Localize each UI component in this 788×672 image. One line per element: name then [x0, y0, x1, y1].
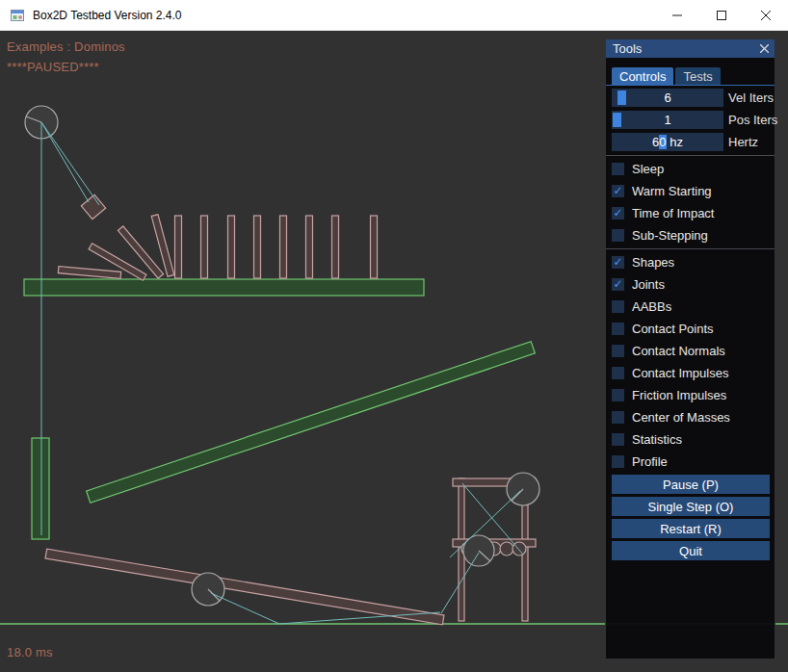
pendulum-box: [81, 194, 105, 219]
slider-label: Vel Iters: [728, 89, 774, 107]
checkbox-contact-points[interactable]: [612, 323, 624, 335]
slider-value: 6: [664, 90, 670, 105]
checkbox-row-contact-normals[interactable]: Contact Normals: [612, 342, 769, 360]
checkbox-row-statistics[interactable]: Statistics: [612, 430, 769, 449]
slider-vel-iters[interactable]: 6: [612, 89, 723, 107]
slider-value: 1: [664, 113, 670, 127]
tools-panel-content: 6Vel Iters1Pos Iters 60 hz Hertz Sleep✓W…: [606, 86, 775, 560]
checkbox-contact-normals[interactable]: [612, 345, 624, 357]
standing-dominos: [175, 216, 378, 278]
slider-pos-iters[interactable]: 1: [612, 111, 723, 129]
dynamic-bodies[interactable]: [45, 194, 536, 625]
tab-bar: ControlsTests: [606, 67, 775, 86]
window-title: Box2D Testbed Version 2.4.0: [33, 9, 655, 22]
slider-label: Pos Iters: [728, 111, 777, 129]
tools-close-button[interactable]: [758, 42, 771, 55]
simulation-canvas[interactable]: Examples : Dominos ****PAUSED**** 18.0 m…: [0, 31, 788, 672]
checkbox-label: Center of Masses: [632, 410, 730, 425]
close-icon: [760, 44, 769, 53]
tools-panel: Tools ControlsTests 6Vel Iters1Pos Iters…: [605, 39, 775, 659]
tools-panel-title: Tools: [613, 41, 642, 56]
checkbox-label: AABBs: [632, 299, 671, 314]
tab-controls[interactable]: Controls: [612, 67, 673, 85]
window-titlebar[interactable]: Box2D Testbed Version 2.4.0: [0, 0, 788, 31]
checkbox-aabbs[interactable]: [612, 300, 624, 313]
checkbox-label: Statistics: [632, 432, 682, 447]
checkbox-label: Time of Impact: [632, 206, 714, 220]
checkbox-row-shapes[interactable]: ✓Shapes: [612, 253, 769, 271]
domino-platform: [24, 279, 424, 296]
frame-time-label: 18.0 ms: [7, 645, 53, 659]
single-step-o-button[interactable]: Single Step (O): [612, 497, 770, 516]
separator: [606, 248, 775, 249]
hertz-input[interactable]: 60 hz: [612, 133, 723, 151]
paused-label: ****PAUSED****: [7, 60, 99, 74]
tab-tests[interactable]: Tests: [675, 67, 720, 85]
slider-rows: 6Vel Iters1Pos Iters: [612, 89, 769, 129]
checkbox-row-sub-stepping[interactable]: Sub-Stepping: [612, 226, 769, 245]
slider-row-pos-iters: 1Pos Iters: [612, 111, 769, 129]
checkbox-row-time-of-impact[interactable]: ✓Time of Impact: [612, 204, 769, 222]
example-label: Examples : Dominos: [7, 39, 125, 54]
checkbox-center-of-masses[interactable]: [612, 411, 624, 424]
top-right-circle: [507, 473, 539, 505]
hertz-label: Hertz: [728, 133, 758, 151]
checkbox-row-friction-impulses[interactable]: Friction Impulses: [612, 386, 769, 404]
checkbox-label: Friction Impulses: [632, 388, 726, 402]
close-icon: [761, 11, 771, 20]
slider-row-vel-iters: 6Vel Iters: [612, 89, 769, 107]
falling-dominos: [58, 215, 173, 281]
window-controls: [655, 0, 788, 31]
action-buttons: Pause (P)Single Step (O)Restart (R)Quit: [612, 475, 769, 560]
checkbox-row-contact-impulses[interactable]: Contact Impulses: [612, 364, 769, 382]
checkbox-sleep[interactable]: [612, 163, 624, 175]
maximize-icon: [717, 11, 726, 20]
checkbox-label: Warm Starting: [632, 184, 712, 198]
checkbox-label: Sleep: [632, 162, 664, 176]
checkbox-row-aabbs[interactable]: AABBs: [612, 297, 769, 316]
roller-circle: [192, 573, 224, 606]
checkbox-label: Profile: [632, 454, 668, 469]
app-icon: [10, 8, 25, 23]
separator: [606, 155, 775, 156]
checkbox-row-center-of-masses[interactable]: Center of Masses: [612, 408, 769, 426]
left-post: [32, 438, 49, 539]
checkbox-row-sleep[interactable]: Sleep: [612, 160, 769, 178]
minimize-button[interactable]: [655, 0, 699, 31]
restart-r-button[interactable]: Restart (R): [612, 519, 770, 538]
hertz-row: 60 hz Hertz: [612, 133, 769, 151]
checkbox-row-warm-starting[interactable]: ✓Warm Starting: [612, 182, 769, 200]
checkbox-sub-stepping[interactable]: [612, 229, 624, 242]
minimize-icon: [672, 11, 682, 20]
checkbox-label: Shapes: [632, 255, 674, 270]
slider-grab[interactable]: [617, 90, 626, 105]
maximize-button[interactable]: [699, 0, 744, 31]
text-cursor: 0: [659, 135, 666, 149]
checkbox-statistics[interactable]: [612, 433, 624, 446]
checkbox-label: Joints: [632, 277, 665, 292]
checkbox-contact-impulses[interactable]: [612, 367, 624, 379]
checkbox-label: Contact Points: [632, 322, 714, 336]
slider-grab[interactable]: [613, 113, 621, 127]
app-window: Box2D Testbed Version 2.4.0: [0, 0, 788, 672]
draw-checkboxes: ✓Shapes✓JointsAABBsContact PointsContact…: [612, 253, 769, 471]
bottom-plank: [45, 549, 444, 625]
close-button[interactable]: [744, 0, 788, 31]
checkbox-label: Contact Normals: [632, 344, 725, 358]
checkbox-friction-impulses[interactable]: [612, 389, 624, 401]
checkbox-row-profile[interactable]: Profile: [612, 452, 769, 471]
checkbox-row-contact-points[interactable]: Contact Points: [612, 320, 769, 338]
quit-button[interactable]: Quit: [612, 541, 770, 560]
tools-panel-titlebar[interactable]: Tools: [606, 39, 775, 58]
checkbox-label: Contact Impulses: [632, 366, 728, 380]
sim-checkboxes: Sleep✓Warm Starting✓Time of ImpactSub-St…: [612, 160, 769, 245]
checkbox-joints[interactable]: ✓: [612, 278, 624, 291]
pause-p-button[interactable]: Pause (P): [612, 475, 770, 494]
checkbox-time-of-impact[interactable]: ✓: [612, 207, 624, 220]
hertz-value: 60 hz: [652, 135, 683, 149]
checkbox-row-joints[interactable]: ✓Joints: [612, 275, 769, 294]
checkbox-label: Sub-Stepping: [632, 228, 708, 243]
checkbox-profile[interactable]: [612, 455, 624, 468]
checkbox-shapes[interactable]: ✓: [612, 256, 624, 269]
checkbox-warm-starting[interactable]: ✓: [612, 185, 624, 197]
